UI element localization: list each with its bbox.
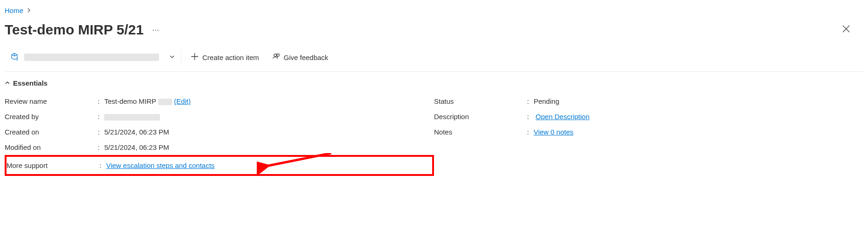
- feedback-icon: [272, 53, 280, 62]
- resource-dropdown[interactable]: [5, 50, 181, 65]
- field-notes: Notes : View 0 notes: [434, 124, 863, 140]
- redacted-text: [104, 114, 160, 121]
- essentials-left-col: Review name : Test-demo MIRP (Edit) Crea…: [5, 94, 434, 176]
- view-escalation-link[interactable]: View escalation steps and contacts: [106, 161, 214, 169]
- page-header: Test-demo MIRP 5/21 ···: [5, 20, 863, 47]
- chevron-right-icon: [27, 8, 32, 13]
- give-feedback-label: Give feedback: [284, 54, 328, 61]
- toolbar: Create action item Give feedback: [5, 47, 863, 72]
- field-label: Created by: [5, 113, 98, 121]
- field-label: Status: [434, 97, 527, 105]
- breadcrumb: Home: [5, 5, 863, 20]
- field-status: Status : Pending: [434, 94, 863, 109]
- chevron-up-icon: [5, 80, 10, 87]
- essentials-grid: Review name : Test-demo MIRP (Edit) Crea…: [5, 94, 863, 176]
- close-icon: [842, 25, 850, 33]
- field-created-by: Created by :: [5, 109, 434, 124]
- chevron-down-icon: [169, 54, 175, 61]
- create-action-label: Create action item: [202, 54, 259, 61]
- field-description: Description : Open Description: [434, 109, 863, 124]
- redacted-text: [158, 99, 172, 105]
- essentials-right-col: Status : Pending Description : Open Desc…: [434, 94, 863, 176]
- field-created-on: Created on : 5/21/2024, 06:23 PM: [5, 124, 434, 140]
- resource-name-redacted: [24, 54, 159, 61]
- field-modified-on: Modified on : 5/21/2024, 06:23 PM: [5, 140, 434, 155]
- svg-point-0: [274, 54, 277, 57]
- field-value: 5/21/2024, 06:23 PM: [104, 128, 169, 136]
- cube-icon: [10, 53, 19, 62]
- field-value: Pending: [534, 97, 559, 105]
- annotation-highlight-box: More support : View escalation steps and…: [5, 155, 434, 176]
- field-label: More support: [7, 161, 100, 169]
- field-label: Modified on: [5, 143, 98, 151]
- field-review-name: Review name : Test-demo MIRP (Edit): [5, 94, 434, 109]
- field-value: [104, 113, 160, 121]
- open-description-link[interactable]: Open Description: [535, 113, 589, 121]
- more-menu-button[interactable]: ···: [152, 25, 159, 35]
- field-label: Created on: [5, 128, 98, 136]
- field-label: Notes: [434, 128, 527, 136]
- field-more-support: More support : View escalation steps and…: [7, 158, 432, 173]
- page-title: Test-demo MIRP 5/21: [5, 22, 144, 38]
- edit-link[interactable]: (Edit): [174, 97, 191, 105]
- close-button[interactable]: [838, 22, 854, 38]
- essentials-label: Essentials: [13, 79, 47, 87]
- view-notes-link[interactable]: View 0 notes: [534, 128, 574, 136]
- give-feedback-button[interactable]: Give feedback: [266, 49, 335, 66]
- create-action-item-button[interactable]: Create action item: [184, 49, 266, 66]
- field-label: Description: [434, 113, 527, 121]
- plus-icon: [191, 53, 199, 62]
- field-value: Test-demo MIRP (Edit): [104, 97, 191, 105]
- essentials-toggle[interactable]: Essentials: [5, 72, 863, 94]
- breadcrumb-home[interactable]: Home: [5, 7, 23, 14]
- field-label: Review name: [5, 97, 98, 105]
- field-value: 5/21/2024, 06:23 PM: [104, 143, 169, 151]
